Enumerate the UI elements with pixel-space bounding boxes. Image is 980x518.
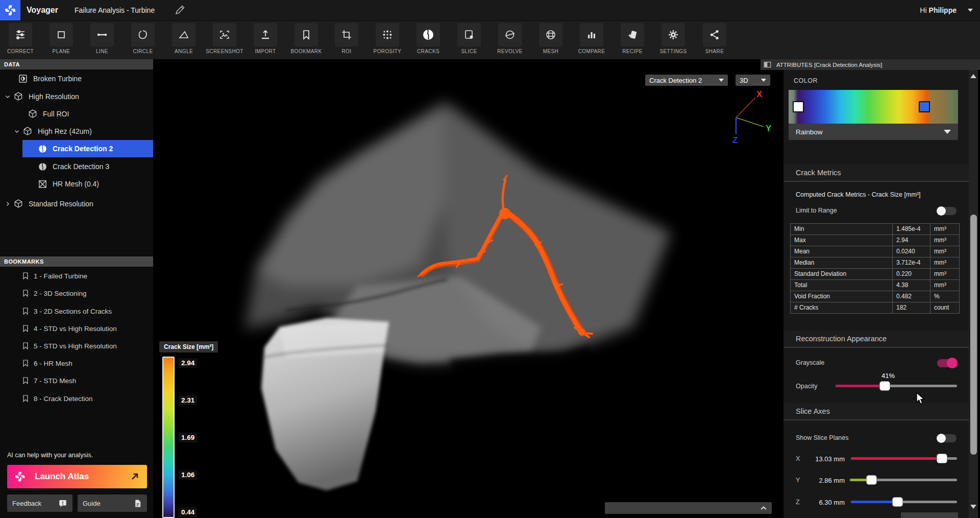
legend-tick: 1.69 [179, 433, 197, 442]
bookmark-icon [20, 394, 31, 403]
x-slice-slider-knob[interactable] [937, 454, 947, 463]
toolbar-slice-button[interactable]: SLICE [449, 23, 489, 59]
scroll-up-arrow[interactable] [970, 74, 976, 78]
opacity-value: 41% [877, 372, 899, 380]
attributes-panel-header[interactable]: ATTRIBUTES [Crack Detection Analysis] [761, 59, 980, 70]
toolbar-line-button[interactable]: LINE [82, 23, 122, 59]
colormap-handle-max[interactable] [919, 101, 930, 112]
chevron-down-icon[interactable] [3, 93, 12, 100]
turbine-3d-render [153, 59, 783, 518]
toolbar-revolve-button[interactable]: REVOLVE [489, 23, 530, 59]
bookmark-icon [20, 376, 31, 385]
bookmark-item[interactable]: 6 - HR Mesh [0, 355, 153, 372]
z-slice-slider[interactable] [851, 501, 957, 503]
view-mode-dropdown[interactable]: 3D [736, 75, 770, 86]
colormap-handle-min[interactable] [793, 101, 804, 112]
toolbar-angle-button[interactable]: ANGLE [163, 23, 204, 59]
guide-document-icon [133, 499, 142, 508]
crack-metrics-section-header[interactable]: Crack Metrics [783, 164, 969, 182]
toolbar-share-button[interactable]: SHARE [694, 23, 735, 59]
toolbar-plane-button[interactable]: PLANE [41, 23, 82, 59]
layer-dropdown[interactable]: Crack Detection 2 [645, 75, 728, 86]
x-axis-label: X [796, 455, 800, 462]
toolbar-screenshot-button[interactable]: SCREENSHOT [204, 23, 245, 59]
toolbar-correct-button[interactable]: CORRECT [0, 23, 41, 59]
tree-item-broken-turbine[interactable]: Broken Turbine [0, 70, 153, 87]
x-axis-value: 13.03 mm [808, 455, 845, 463]
chevron-down-icon [761, 79, 766, 82]
bookmark-icon [20, 289, 31, 297]
toolbar-compare-button[interactable]: COMPARE [571, 23, 612, 59]
svg-text:Z: Z [732, 135, 738, 145]
dataset-icon [17, 74, 29, 84]
bookmark-item[interactable]: 3 - 2D Sections of Cracks [0, 302, 153, 320]
panel-scrollbar[interactable] [969, 70, 978, 518]
import-icon [259, 29, 272, 41]
bookmark-item[interactable]: 8 - Crack Detection [0, 390, 153, 407]
tune-icon [14, 29, 27, 41]
chevron-right-icon[interactable] [3, 201, 12, 207]
toolbar-porosity-button[interactable]: POROSITY [367, 23, 408, 59]
tree-item-high-rez[interactable]: High Rez (42um) [0, 123, 153, 140]
user-menu[interactable]: Hi Philippe [920, 0, 973, 20]
toolbar-mesh-button[interactable]: MESH [530, 23, 571, 59]
main-toolbar: CORRECT PLANE LINE CIRCLE ANGLE SCREENSH… [0, 21, 980, 59]
toolbar-circle-button[interactable]: CIRCLE [122, 23, 163, 59]
tree-item-standard-resolution[interactable]: Standard Resolution [0, 195, 153, 213]
bookmark-item[interactable]: 4 - STD vs High Resolution [0, 320, 153, 337]
metric-unit: mm³ [930, 280, 959, 291]
slice-axes-section-header[interactable]: Slice Axes [783, 403, 969, 420]
limit-to-range-toggle[interactable] [937, 207, 957, 215]
orientation-axes-gizmo[interactable]: X Y Z [719, 86, 780, 146]
scrollbar-thumb[interactable] [970, 215, 977, 455]
tree-item-crack-detection-3[interactable]: Crack Detection 3 [0, 158, 153, 175]
metric-unit: % [930, 291, 959, 302]
guide-button[interactable]: Guide [78, 495, 147, 512]
bookmark-item[interactable]: 2 - 3D Sectioning [0, 285, 153, 302]
y-slice-slider-knob[interactable] [866, 475, 877, 485]
launch-atlas-button[interactable]: Launch Atlas [7, 465, 147, 488]
opacity-slider-knob[interactable] [879, 381, 890, 391]
grayscale-toggle[interactable] [937, 359, 957, 367]
toolbar-bookmark-button[interactable]: BOOKMARK [286, 23, 327, 59]
toolbar-recipe-button[interactable]: RECIPE [612, 23, 653, 59]
toolbar-cracks-button[interactable]: CRACKS [408, 23, 449, 59]
z-slice-slider-knob[interactable] [892, 497, 903, 507]
tree-item-hr-mesh[interactable]: HR Mesh (0.4) [0, 175, 153, 193]
atlas-logo-icon [14, 471, 26, 482]
bookmark-item[interactable]: 5 - STD vs High Resolution [0, 337, 153, 355]
volume-cube-icon [21, 126, 34, 136]
edit-title-icon[interactable] [175, 5, 185, 15]
expand-bottom-panel-button[interactable] [605, 502, 772, 514]
bookmark-item[interactable]: 7 - STD Mesh [0, 372, 153, 389]
legend-title: Crack Size [mm³] [159, 341, 218, 352]
bookmarks-section-header: BOOKMARKS [0, 256, 153, 267]
render-viewport[interactable]: Crack Detection 2 3D X Y Z Crack Size [m… [153, 59, 783, 518]
reconstruction-section-header[interactable]: Reconstruction Appearance [783, 331, 969, 348]
tree-item-crack-detection-2[interactable]: Crack Detection 2 [0, 140, 153, 157]
metric-name: Median [791, 257, 892, 268]
toolbar-roi-button[interactable]: ROI [326, 23, 367, 59]
toolbar-settings-button[interactable]: SETTINGS [653, 23, 694, 59]
tree-item-full-roi[interactable]: Full ROI [0, 105, 153, 123]
x-slice-slider[interactable] [851, 457, 957, 460]
bookmark-item[interactable]: 1 - Failed Turbine [0, 267, 153, 285]
show-slice-planes-toggle[interactable] [937, 434, 957, 442]
chevron-down-icon [719, 79, 724, 82]
toolbar-import-button[interactable]: IMPORT [245, 23, 286, 59]
opacity-slider[interactable] [836, 385, 957, 387]
colormap-gradient-bar[interactable] [789, 90, 958, 124]
metric-name: Standard Deviation [791, 269, 892, 279]
attributes-panel: COLOR Rainbow Crack Metrics Computed Cra… [783, 70, 969, 518]
bookmark-icon [300, 29, 312, 41]
metric-unit: mm³ [930, 246, 959, 257]
crack-analysis-icon [36, 144, 48, 154]
voyager-logo-icon[interactable] [0, 0, 20, 20]
colormap-dropdown[interactable]: Rainbow [789, 124, 958, 140]
partial-input-box[interactable] [901, 512, 958, 518]
tree-item-high-resolution[interactable]: High Resolution [0, 88, 153, 105]
scroll-down-arrow[interactable] [970, 505, 976, 509]
chevron-down-icon[interactable] [12, 128, 21, 134]
y-slice-slider[interactable] [850, 479, 957, 481]
feedback-button[interactable]: Feedback [7, 495, 72, 512]
